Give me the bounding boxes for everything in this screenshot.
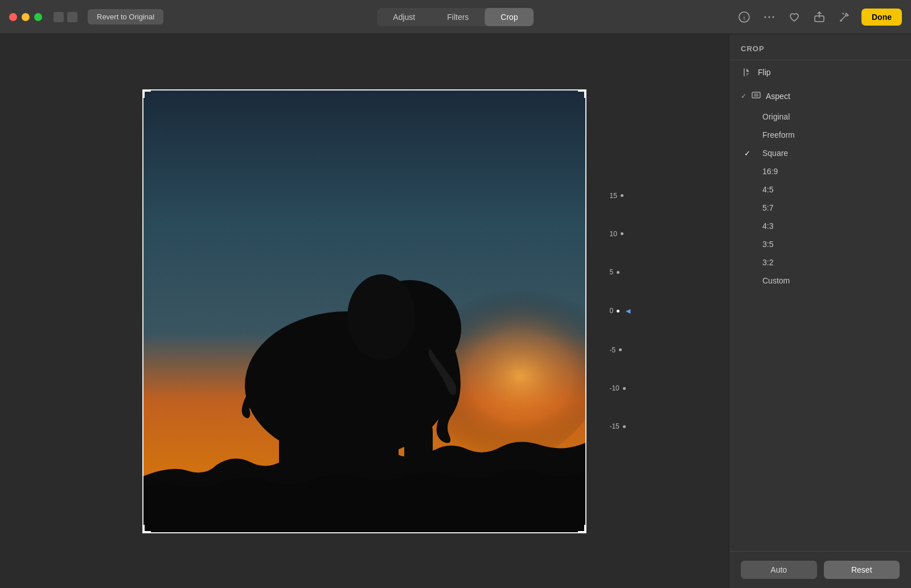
reset-button[interactable]: Reset: [824, 561, 900, 579]
auto-button[interactable]: Auto: [741, 561, 817, 579]
aspect-chevron-icon: ✓: [741, 92, 746, 100]
label-freeform: Freeform: [762, 130, 795, 139]
aspect-title: Aspect: [766, 92, 790, 101]
svg-point-3: [769, 16, 770, 18]
dial-pointer: ◄: [624, 306, 632, 315]
main-content: 15 10 5 0 ◄ -5: [0, 34, 911, 588]
rotation-dial: 15 10 5 0 ◄ -5: [609, 192, 632, 431]
aspect-icon: [751, 90, 761, 102]
dial-label-0: 0: [609, 307, 613, 315]
aspect-option-4-5[interactable]: 4:5: [741, 180, 900, 199]
aspect-option-freeform[interactable]: Freeform: [741, 126, 900, 144]
view-button-1[interactable]: [54, 12, 64, 22]
tick-dot-5: [617, 271, 619, 274]
dial-label-minus15: -15: [609, 422, 619, 430]
revert-button[interactable]: Revert to Original: [88, 9, 163, 24]
label-5-7: 5:7: [762, 203, 773, 212]
maximize-button[interactable]: [34, 13, 42, 21]
dial-tick-minus5: -5: [609, 346, 622, 354]
more-icon[interactable]: [761, 9, 777, 25]
label-16-9: 16:9: [762, 167, 778, 176]
close-button[interactable]: [9, 13, 17, 21]
titlebar: Revert to Original Adjust Filters Crop i: [0, 0, 911, 34]
aspect-option-16-9[interactable]: 16:9: [741, 162, 900, 180]
label-4-5: 4:5: [762, 185, 773, 194]
svg-rect-18: [754, 93, 758, 97]
toolbar-tabs: Adjust Filters Crop: [377, 8, 534, 26]
image-area: 15 10 5 0 ◄ -5: [0, 34, 729, 588]
tick-dot-minus10: [623, 387, 626, 390]
flip-icon: [741, 67, 752, 78]
label-original: Original: [762, 112, 790, 121]
aspect-option-3-2[interactable]: 3:2: [741, 253, 900, 272]
dial-label-10: 10: [609, 230, 617, 238]
dial-tick-minus10: -10: [609, 384, 625, 392]
photo-svg: [142, 89, 586, 533]
info-icon[interactable]: i: [736, 9, 752, 25]
label-3-2: 3:2: [762, 258, 773, 267]
toolbar-right: i Done: [736, 9, 902, 26]
traffic-lights: [9, 13, 42, 21]
view-button-2[interactable]: [67, 12, 77, 22]
check-square: ✓: [744, 149, 753, 158]
flip-label: Flip: [758, 68, 771, 77]
right-panel: CROP Flip ✓: [729, 34, 911, 588]
aspect-option-square[interactable]: ✓ Square: [741, 144, 900, 162]
aspect-option-original[interactable]: Original: [741, 108, 900, 126]
dial-tick-15: 15: [609, 192, 623, 200]
aspect-header[interactable]: ✓ Aspect: [729, 84, 911, 108]
dial-label-15: 15: [609, 192, 617, 200]
aspect-options: Original Freeform ✓ Square 16:9 4:5 5:7: [729, 108, 911, 295]
panel-section-flip: Flip: [729, 60, 911, 84]
favorite-icon[interactable]: [786, 9, 802, 25]
tab-adjust[interactable]: Adjust: [377, 8, 431, 26]
panel-bottom: Auto Reset: [729, 551, 911, 588]
done-button[interactable]: Done: [861, 9, 902, 26]
tick-dot-minus15: [623, 425, 626, 428]
label-4-3: 4:3: [762, 221, 773, 231]
panel-title: CROP: [729, 34, 911, 60]
dial-tick-0: 0 ◄: [609, 306, 632, 315]
tick-dot-minus5: [619, 348, 622, 351]
label-square: Square: [762, 149, 788, 158]
tick-dot-10: [621, 232, 623, 235]
tab-crop[interactable]: Crop: [485, 8, 534, 26]
image-container: 15 10 5 0 ◄ -5: [142, 89, 586, 533]
svg-point-4: [773, 16, 774, 18]
aspect-option-3-5[interactable]: 3:5: [741, 235, 900, 253]
flip-item[interactable]: Flip: [741, 60, 900, 84]
window-view-buttons: [54, 12, 77, 22]
dial-tick-10: 10: [609, 230, 623, 238]
tick-dot-15: [621, 194, 623, 197]
dial-label-minus5: -5: [609, 346, 615, 354]
dial-label-minus10: -10: [609, 384, 619, 392]
aspect-option-5-7[interactable]: 5:7: [741, 199, 900, 217]
magic-icon[interactable]: [836, 9, 852, 25]
label-3-5: 3:5: [762, 240, 773, 249]
share-icon[interactable]: [811, 9, 827, 25]
svg-point-2: [765, 16, 766, 18]
dial-label-5: 5: [609, 268, 613, 276]
tab-filters[interactable]: Filters: [431, 8, 485, 26]
dial-tick-minus15: -15: [609, 422, 625, 430]
aspect-option-4-3[interactable]: 4:3: [741, 217, 900, 235]
minimize-button[interactable]: [22, 13, 30, 21]
svg-point-11: [347, 274, 416, 360]
label-custom: Custom: [762, 276, 790, 285]
tick-dot-0: [617, 310, 619, 312]
svg-text:i: i: [743, 14, 745, 21]
photo: [142, 89, 586, 533]
dial-tick-5: 5: [609, 268, 619, 276]
aspect-option-custom[interactable]: Custom: [741, 272, 900, 290]
